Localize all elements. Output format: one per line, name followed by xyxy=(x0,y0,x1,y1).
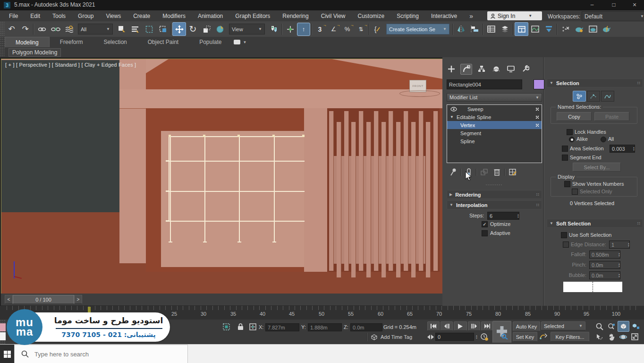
paste-button[interactable]: Paste xyxy=(594,112,629,121)
ribbon-tab-object-paint[interactable]: Object Paint xyxy=(137,37,189,47)
menu-modifiers[interactable]: Modifiers xyxy=(156,10,192,21)
workspaces-dropdown[interactable]: Default ▼ xyxy=(582,11,644,21)
set-key-button[interactable]: Set Key xyxy=(513,332,537,342)
zoom-region-button[interactable] xyxy=(594,332,605,342)
y-coord-field[interactable]: 1.888m xyxy=(308,323,342,331)
undo-button[interactable]: ↶ xyxy=(5,22,18,36)
menu-overflow-chevron[interactable]: » xyxy=(463,10,479,21)
adaptive-checkbox[interactable] xyxy=(482,230,488,236)
key-mode-toggle-icon[interactable] xyxy=(427,335,434,339)
visibility-eye-icon[interactable] xyxy=(450,107,457,112)
rendered-frame-window-button[interactable] xyxy=(586,22,600,36)
spline-segment[interactable] xyxy=(274,136,275,242)
select-and-rotate-button[interactable]: ↻ xyxy=(186,22,200,36)
selection-lock-toggle[interactable] xyxy=(235,322,246,332)
ribbon-dock-handle[interactable] xyxy=(0,37,5,47)
listener-mini[interactable] xyxy=(0,332,6,340)
toggle-scene-explorer-button[interactable] xyxy=(484,22,498,36)
rectangular-selection-region-button[interactable] xyxy=(142,22,156,36)
snap-toggle-3d[interactable]: 3⌐ xyxy=(313,22,327,36)
spline-segment[interactable] xyxy=(169,136,169,222)
use-pivot-point-button[interactable] xyxy=(267,22,280,36)
lock-handles-checkbox[interactable] xyxy=(567,129,573,135)
spline-segment[interactable] xyxy=(237,242,241,242)
spline-segment[interactable] xyxy=(166,190,169,192)
menu-scripting[interactable]: Scripting xyxy=(390,10,425,21)
create-tab[interactable] xyxy=(446,64,457,74)
motion-tab[interactable] xyxy=(491,64,501,74)
go-to-end-button[interactable] xyxy=(481,321,493,331)
all-radio[interactable] xyxy=(601,137,606,142)
keyboard-shortcut-override-toggle[interactable]: ↑ xyxy=(297,23,310,36)
stack-row-segment[interactable]: Segment xyxy=(447,129,542,137)
alike-radio[interactable] xyxy=(569,137,575,142)
stack-row-sweep[interactable]: Sweep xyxy=(447,105,542,113)
render-setup-button[interactable] xyxy=(572,22,586,36)
spline-segment[interactable] xyxy=(169,136,305,137)
percent-snap-toggle[interactable]: %⌐ xyxy=(340,22,354,36)
optimize-checkbox[interactable]: ✓ xyxy=(482,221,488,227)
ribbon-tab-selection[interactable]: Selection xyxy=(93,37,137,47)
panel-splitter-grip[interactable] xyxy=(485,184,502,186)
menu-animation[interactable]: Animation xyxy=(192,10,229,21)
toggle-layer-explorer-button[interactable] xyxy=(498,22,512,36)
rollout-selection[interactable]: ▼ Selection ∷ xyxy=(547,78,643,87)
pin-stack-button[interactable] xyxy=(448,167,458,177)
menu-file[interactable]: File xyxy=(3,10,24,21)
ribbon-tab-populate[interactable]: Populate xyxy=(189,37,232,47)
select-object-button[interactable] xyxy=(115,22,128,36)
orbit-button[interactable] xyxy=(618,332,628,342)
keyable-icon[interactable] xyxy=(539,333,548,340)
frame-spinner[interactable]: ▲▼ xyxy=(475,333,478,341)
zoom-extents-button[interactable] xyxy=(618,321,629,332)
spline-segment[interactable] xyxy=(166,160,169,162)
toggle-ribbon-button[interactable] xyxy=(515,22,528,36)
go-to-start-button[interactable] xyxy=(427,321,440,331)
zoom-button[interactable] xyxy=(594,321,605,331)
ribbon-tab-modeling[interactable]: Modeling xyxy=(5,37,50,48)
previous-frame-button[interactable]: < xyxy=(5,295,13,304)
angle-snap-toggle[interactable]: ∠⌐ xyxy=(327,22,340,36)
rollout-rendering[interactable]: ▶ Rendering ∷ xyxy=(447,190,542,199)
pan-hand-button[interactable] xyxy=(606,332,617,342)
key-mode-dropdown[interactable]: Selected ▼ xyxy=(541,321,585,330)
spline-segment[interactable] xyxy=(169,242,172,242)
spline-segment[interactable] xyxy=(170,136,171,242)
mirror-button[interactable] xyxy=(454,22,468,36)
bind-to-space-warp-icon[interactable] xyxy=(62,22,76,36)
select-by-button[interactable]: Select By... xyxy=(573,163,621,172)
spinner-snap-toggle[interactable]: ⇅⌐ xyxy=(354,22,368,36)
spline-segment[interactable] xyxy=(204,136,205,242)
reference-coordinate-dropdown[interactable]: View▼ xyxy=(229,24,265,35)
auto-key-button[interactable]: Auto Key xyxy=(513,321,540,331)
stack-row-vertex[interactable]: Vertex xyxy=(447,121,542,129)
maximize-button[interactable]: □ xyxy=(603,0,624,10)
render-production-button[interactable] xyxy=(600,22,613,36)
previous-frame-step-button[interactable] xyxy=(441,321,453,331)
set-keys-button[interactable] xyxy=(492,321,511,343)
polygon-modeling-panel[interactable]: Polygon Modeling xyxy=(8,48,61,57)
select-and-scale-button[interactable] xyxy=(200,22,213,36)
edit-named-selection-sets-button[interactable]: { xyxy=(371,22,384,36)
spline-segment[interactable] xyxy=(169,221,305,222)
menu-group[interactable]: Group xyxy=(72,10,100,21)
maximize-viewport-toggle[interactable] xyxy=(629,332,640,342)
time-slider-handle[interactable]: 0 / 100 xyxy=(13,295,74,304)
absolute-mode-transform-toggle[interactable] xyxy=(247,322,258,332)
macro-recorder-mini[interactable] xyxy=(0,323,6,331)
play-button[interactable] xyxy=(454,321,467,331)
menu-create[interactable]: Create xyxy=(127,10,156,21)
next-frame-step-button[interactable] xyxy=(468,321,480,331)
spline-vertex-marker[interactable] xyxy=(203,135,205,137)
select-and-place-button[interactable] xyxy=(213,22,227,36)
select-and-link-icon[interactable] xyxy=(35,22,49,36)
show-vertex-numbers-checkbox[interactable] xyxy=(564,181,570,187)
spline-segment[interactable] xyxy=(239,136,240,242)
menu-interactive[interactable]: Interactive xyxy=(425,10,463,21)
menu-customize[interactable]: Customize xyxy=(352,10,391,21)
selection-filter-dropdown[interactable]: All▼ xyxy=(78,24,113,35)
utilities-tab[interactable] xyxy=(520,64,531,74)
segment-subobject-button[interactable] xyxy=(587,91,600,102)
sign-in-button[interactable]: Sign In ▼ xyxy=(487,11,542,20)
x-coord-field[interactable]: 7.827m xyxy=(265,323,299,331)
